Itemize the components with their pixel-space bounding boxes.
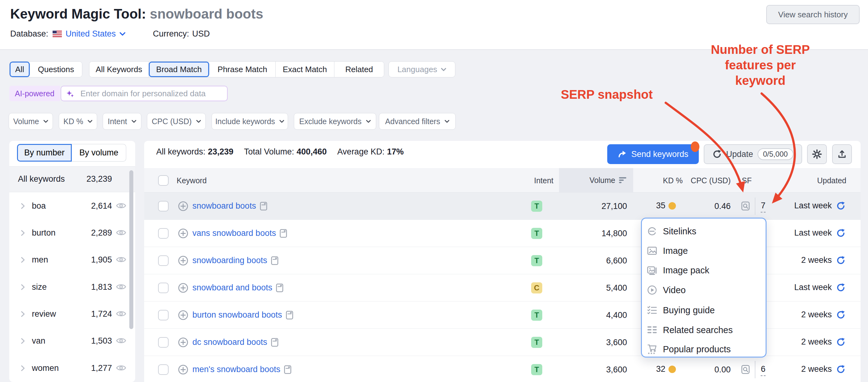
all-keywords-row[interactable]: All keywords 23,239: [9, 166, 135, 192]
add-keyword-icon[interactable]: [178, 337, 188, 348]
group-item-van[interactable]: van 1,503: [9, 334, 129, 348]
tab-exact-match[interactable]: Exact Match: [276, 62, 334, 77]
volume-filter[interactable]: Volume: [9, 113, 53, 130]
add-keyword-icon[interactable]: [178, 310, 188, 320]
table-row[interactable]: men's snowboard boots T 3,600 32 0.00 6 …: [144, 356, 861, 382]
popup-item-sitelinks[interactable]: Sitelinks: [642, 225, 766, 238]
chevron-right-icon[interactable]: [21, 338, 25, 344]
popup-item-related-searches[interactable]: Related searches: [642, 323, 766, 336]
refresh-icon[interactable]: [836, 229, 845, 238]
sort-by-volume-button[interactable]: By volume: [72, 144, 126, 161]
sf-count[interactable]: 7: [757, 201, 769, 210]
row-checkbox[interactable]: [158, 283, 168, 293]
eye-icon[interactable]: [116, 256, 126, 263]
refresh-icon[interactable]: [836, 256, 845, 265]
serp-card-icon[interactable]: [271, 338, 278, 347]
keyword-link[interactable]: snowboard boots: [192, 201, 256, 211]
select-all-checkbox[interactable]: [158, 175, 168, 186]
sf-count[interactable]: 6: [757, 364, 769, 374]
eye-icon[interactable]: [116, 283, 126, 290]
add-keyword-icon[interactable]: [178, 364, 188, 375]
group-item-women[interactable]: women 1,277: [9, 361, 129, 375]
settings-button[interactable]: [807, 144, 827, 164]
eye-icon[interactable]: [116, 337, 126, 344]
add-keyword-icon[interactable]: [178, 228, 188, 239]
keyword-link[interactable]: snowboarding boots: [192, 256, 267, 265]
export-button[interactable]: [832, 144, 852, 164]
include-keywords-filter[interactable]: Include keywords: [212, 113, 288, 130]
sort-by-number-button[interactable]: By number: [17, 144, 72, 161]
col-volume[interactable]: Volume: [559, 168, 633, 192]
add-keyword-icon[interactable]: [178, 283, 188, 293]
database-selector[interactable]: United States: [66, 29, 116, 39]
serp-snapshot-icon[interactable]: [741, 365, 750, 374]
add-keyword-icon[interactable]: [178, 255, 188, 266]
row-checkbox[interactable]: [158, 310, 168, 320]
sidebar-scrollbar[interactable]: [129, 170, 133, 329]
keyword-link[interactable]: snowboard and boots: [192, 283, 272, 293]
table-row[interactable]: snowboard boots T 27,100 35 0.46 7 Last …: [144, 193, 861, 220]
chevron-right-icon[interactable]: [21, 284, 25, 290]
serp-snapshot-icon[interactable]: [741, 201, 750, 211]
popup-item-video[interactable]: Video: [642, 284, 766, 297]
tab-related[interactable]: Related: [334, 62, 384, 77]
view-search-history-button[interactable]: View search history: [766, 5, 860, 24]
kd-filter[interactable]: KD %: [59, 113, 97, 130]
chevron-down-icon[interactable]: [119, 32, 126, 36]
refresh-icon[interactable]: [836, 365, 845, 374]
serp-card-icon[interactable]: [276, 284, 283, 292]
send-keywords-button[interactable]: Send keywords: [607, 144, 699, 164]
popup-item-buying-guide[interactable]: Buying guide: [642, 304, 766, 317]
tab-all[interactable]: All: [9, 62, 30, 77]
keyword-link[interactable]: men's snowboard boots: [192, 365, 280, 374]
serp-card-icon[interactable]: [271, 256, 278, 265]
col-kd[interactable]: KD %: [636, 176, 683, 185]
chevron-right-icon[interactable]: [21, 257, 25, 263]
serp-card-icon[interactable]: [284, 365, 291, 374]
group-item-boa[interactable]: boa 2,614: [9, 199, 129, 213]
chevron-right-icon[interactable]: [21, 230, 25, 236]
col-keyword[interactable]: Keyword: [177, 176, 207, 185]
serp-card-icon[interactable]: [286, 311, 293, 320]
serp-card-icon[interactable]: [260, 202, 267, 210]
refresh-icon[interactable]: [836, 310, 845, 320]
refresh-icon[interactable]: [836, 201, 845, 210]
row-checkbox[interactable]: [158, 337, 168, 348]
eye-icon[interactable]: [116, 202, 126, 209]
group-item-review[interactable]: review 1,724: [9, 307, 129, 321]
tab-all-keywords[interactable]: All Keywords: [89, 62, 149, 77]
eye-icon[interactable]: [116, 229, 126, 236]
col-sf[interactable]: SF: [742, 176, 752, 185]
update-button[interactable]: Update 0/5,000: [704, 144, 802, 164]
popup-item-image[interactable]: Image: [642, 244, 766, 257]
col-cpc[interactable]: CPC (USD): [684, 176, 731, 185]
chevron-right-icon[interactable]: [21, 311, 25, 317]
tab-questions[interactable]: Questions: [30, 62, 82, 77]
row-checkbox[interactable]: [158, 228, 168, 239]
group-item-size[interactable]: size 1,813: [9, 280, 129, 294]
domain-input[interactable]: [61, 86, 228, 101]
tab-broad-match[interactable]: Broad Match: [149, 62, 210, 77]
refresh-icon[interactable]: [836, 283, 845, 292]
serp-card-icon[interactable]: [280, 229, 287, 238]
row-checkbox[interactable]: [158, 255, 168, 266]
col-updated[interactable]: Updated: [784, 176, 846, 185]
keyword-link[interactable]: burton snowboard boots: [192, 310, 282, 320]
eye-icon[interactable]: [116, 310, 126, 317]
col-intent[interactable]: Intent: [507, 176, 553, 185]
row-checkbox[interactable]: [158, 364, 168, 375]
group-item-men[interactable]: men 1,905: [9, 253, 129, 267]
popup-item-popular-products[interactable]: Popular products: [642, 343, 766, 356]
languages-dropdown[interactable]: Languages: [389, 61, 455, 78]
keyword-link[interactable]: vans snowboard boots: [192, 229, 276, 238]
popup-item-image-pack[interactable]: Image pack: [642, 264, 766, 277]
cpc-filter[interactable]: CPC (USD): [147, 113, 206, 130]
chevron-right-icon[interactable]: [21, 203, 25, 209]
row-checkbox[interactable]: [158, 201, 168, 211]
exclude-keywords-filter[interactable]: Exclude keywords: [294, 113, 376, 130]
tab-phrase-match[interactable]: Phrase Match: [210, 62, 276, 77]
advanced-filters[interactable]: Advanced filters: [379, 113, 456, 130]
group-item-burton[interactable]: burton 2,289: [9, 226, 129, 240]
refresh-icon[interactable]: [836, 337, 845, 347]
intent-filter[interactable]: Intent: [103, 113, 142, 130]
